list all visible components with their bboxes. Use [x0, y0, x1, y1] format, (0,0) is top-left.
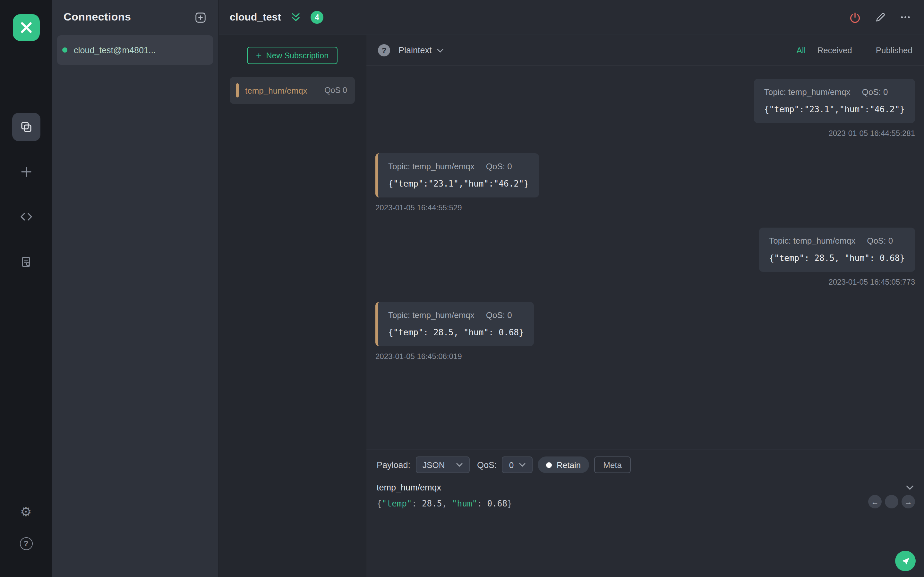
- plus-icon: [19, 165, 32, 178]
- workspace-content: + New Subscription temp_hum/emqx QoS 0 ?: [219, 35, 924, 577]
- message-timestamp: 2023-01-05 16:45:06:019: [375, 352, 462, 361]
- message-topic: Topic: temp_hum/emqx: [388, 310, 475, 321]
- chevron-down-icon: [456, 463, 462, 467]
- chevron-down-icon: [519, 463, 525, 467]
- publish-topic-input[interactable]: temp_hum/emqx: [367, 478, 924, 494]
- payload-token: :: [412, 499, 422, 508]
- message-payload: {"temp":"23.1","hum":"46.2"}: [388, 178, 529, 189]
- code-brackets-icon: [19, 210, 32, 223]
- filter-published[interactable]: Published: [876, 45, 913, 55]
- connections-icon: [19, 121, 32, 133]
- new-subscription-label: New Subscription: [266, 51, 329, 60]
- sidebar-item-log[interactable]: [12, 247, 40, 276]
- messages-pane: ? Plaintext All Received Published: [367, 35, 924, 577]
- message-bubble[interactable]: Topic: temp_hum/emqx QoS: 0 {"temp":"23.…: [754, 79, 915, 123]
- history-back-button[interactable]: ←: [868, 495, 882, 508]
- sidebar-item-connections[interactable]: [12, 113, 40, 141]
- help-button[interactable]: ?: [19, 537, 32, 550]
- messages-toolbar: ? Plaintext All Received Published: [367, 35, 924, 66]
- payload-format-value: JSON: [423, 460, 445, 470]
- payload-format-help-icon[interactable]: ?: [378, 44, 390, 56]
- message-published: Topic: temp_hum/emqx QoS: 0 {"temp":"23.…: [754, 79, 915, 138]
- message-count-badge: 4: [310, 11, 323, 24]
- message-qos: QoS: 0: [867, 236, 893, 246]
- icon-rail: ⚙ ?: [0, 0, 52, 577]
- payload-history-nav: ← − →: [868, 495, 915, 508]
- history-remove-button[interactable]: −: [885, 495, 898, 508]
- mqttx-x-icon: [19, 21, 33, 35]
- power-icon: [849, 11, 861, 23]
- message-payload: {"temp": 28.5, "hum": 0.68}: [388, 327, 524, 338]
- chevron-down-icon: [906, 485, 914, 490]
- new-connection-button[interactable]: [194, 11, 207, 23]
- connections-title: Connections: [63, 11, 131, 24]
- message-meta: Topic: temp_hum/emqx QoS: 0: [388, 161, 529, 172]
- settings-button[interactable]: ⚙: [20, 505, 32, 518]
- more-options-button[interactable]: [900, 11, 911, 23]
- double-chevron-down-icon: [291, 12, 301, 23]
- connected-status-dot: [62, 47, 67, 53]
- subscriptions-column: + New Subscription temp_hum/emqx QoS 0: [219, 35, 367, 577]
- payload-token: }: [507, 499, 512, 508]
- message-topic: Topic: temp_hum/emqx: [764, 87, 851, 97]
- qos-value: 0: [509, 460, 514, 470]
- header-actions: [849, 11, 911, 23]
- message-payload: {"temp":"23.1","hum":"46.2"}: [764, 104, 905, 115]
- message-format-dropdown[interactable]: Plaintext: [399, 45, 443, 55]
- disconnect-button[interactable]: [849, 11, 861, 23]
- filter-all[interactable]: All: [796, 45, 806, 55]
- mqttx-logo: [13, 14, 39, 41]
- history-forward-button[interactable]: →: [901, 495, 915, 508]
- connections-panel: Connections cloud_test@m4801...: [52, 0, 219, 577]
- publish-topic-value: temp_hum/emqx: [376, 483, 441, 492]
- retain-toggle[interactable]: Retain: [537, 456, 589, 473]
- help-icon: ?: [19, 537, 32, 550]
- payload-format-select[interactable]: JSON: [415, 456, 469, 473]
- message-meta: Topic: temp_hum/emqx QoS: 0: [388, 310, 524, 321]
- mqttx-app-window: ⚙ ? Connections cloud_test@m4801...: [0, 0, 924, 577]
- message-qos: QoS: 0: [486, 310, 512, 321]
- retain-label: Retain: [557, 460, 581, 470]
- message-bubble[interactable]: Topic: temp_hum/emqx QoS: 0 {"temp": 28.…: [759, 227, 915, 272]
- sidebar-item-script[interactable]: [12, 203, 40, 231]
- collapse-editor-button[interactable]: [906, 485, 914, 490]
- message-bubble[interactable]: Topic: temp_hum/emqx QoS: 0 {"temp":"23.…: [375, 153, 539, 197]
- new-subscription-button[interactable]: + New Subscription: [247, 47, 338, 64]
- subscription-qos: QoS 0: [325, 86, 347, 95]
- subscription-color-marker: [236, 83, 239, 97]
- message-meta: Topic: temp_hum/emqx QoS: 0: [769, 236, 905, 246]
- send-message-button[interactable]: [895, 551, 916, 571]
- paper-plane-icon: [901, 556, 910, 566]
- filter-received[interactable]: Received: [817, 45, 852, 55]
- rail-nav-group: [12, 113, 40, 276]
- publish-toolbar: Payload: JSON QoS: 0: [367, 450, 924, 478]
- subscription-item[interactable]: temp_hum/emqx QoS 0: [230, 77, 355, 104]
- screen: ⚙ ? Connections cloud_test@m4801...: [0, 0, 924, 577]
- message-timestamp: 2023-01-05 16:44:55:281: [829, 129, 915, 138]
- message-bubble[interactable]: Topic: temp_hum/emqx QoS: 0 {"temp": 28.…: [375, 302, 534, 346]
- message-topic: Topic: temp_hum/emqx: [769, 236, 855, 246]
- connections-header: Connections: [52, 0, 218, 31]
- message-format-value: Plaintext: [399, 45, 432, 55]
- meta-button[interactable]: Meta: [594, 456, 631, 473]
- payload-token: "temp": [382, 499, 412, 508]
- rail-bottom-group: ⚙ ?: [19, 505, 32, 550]
- edit-connection-button[interactable]: [875, 11, 886, 23]
- payload-token: 0.68: [487, 499, 507, 508]
- payload-label: Payload:: [376, 460, 410, 470]
- message-filters: All Received Published: [796, 45, 913, 55]
- sidebar-item-new-connection[interactable]: [12, 158, 40, 186]
- publish-panel: Payload: JSON QoS: 0: [367, 449, 924, 577]
- connection-name: cloud_test@m4801...: [74, 45, 156, 55]
- message-topic: Topic: temp_hum/emqx: [388, 161, 475, 172]
- payload-token: "hum": [452, 499, 477, 508]
- message-meta: Topic: temp_hum/emqx QoS: 0: [764, 87, 905, 97]
- subscription-topic: temp_hum/emqx: [245, 85, 307, 95]
- qos-select[interactable]: 0: [502, 456, 532, 473]
- message-published: Topic: temp_hum/emqx QoS: 0 {"temp": 28.…: [759, 227, 915, 287]
- connection-list-item[interactable]: cloud_test@m4801...: [57, 35, 213, 65]
- collapse-subscriptions-button[interactable]: [291, 12, 301, 23]
- publish-payload-editor[interactable]: {"temp": 28.5, "hum": 0.68}: [367, 494, 924, 577]
- chevron-down-icon: [437, 48, 443, 52]
- retain-toggle-dot: [546, 462, 551, 468]
